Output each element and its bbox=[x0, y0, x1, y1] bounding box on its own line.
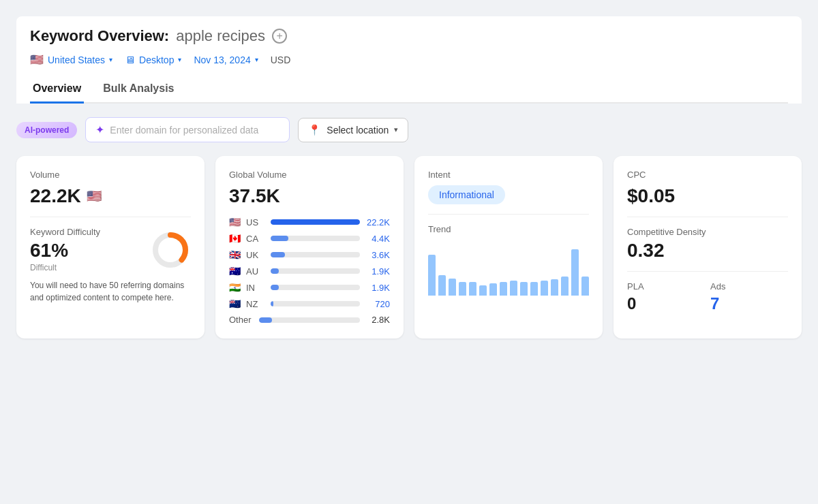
pla-label: PLA bbox=[627, 281, 705, 292]
country-row-uk: UK 3.6K bbox=[229, 249, 390, 260]
country-row-au: AU 1.9K bbox=[229, 266, 390, 277]
ads-label: Ads bbox=[710, 281, 788, 292]
flag-us-icon bbox=[229, 217, 241, 227]
kd-description: You will need to have 50 referring domai… bbox=[30, 279, 191, 304]
us-flag-volume-icon bbox=[87, 189, 102, 204]
trend-bar-4 bbox=[459, 282, 466, 296]
trend-bar-7 bbox=[489, 283, 497, 296]
trend-bar-16 bbox=[581, 277, 589, 296]
trend-bar-15 bbox=[571, 249, 579, 296]
location-pin-icon: 📍 bbox=[308, 124, 321, 136]
card-divider-3 bbox=[627, 217, 788, 217]
cards-grid: Volume 22.2K Keyword Difficulty 61% Diff… bbox=[16, 156, 802, 338]
kd-label: Keyword Difficulty bbox=[30, 227, 139, 237]
select-location-chevron-icon: ▾ bbox=[394, 125, 398, 134]
bar-other bbox=[259, 317, 360, 323]
kd-text-block: Keyword Difficulty 61% Difficult bbox=[30, 227, 139, 272]
select-location-button[interactable]: 📍 Select location ▾ bbox=[298, 118, 408, 142]
cpc-value: $0.05 bbox=[627, 185, 788, 207]
device-chevron-icon: ▾ bbox=[178, 56, 181, 63]
content-area: AI-powered ✦ Enter domain for personaliz… bbox=[16, 104, 802, 338]
location-label: United States bbox=[48, 54, 105, 65]
tab-bulk-analysis[interactable]: Bulk Analysis bbox=[100, 76, 177, 104]
intent-trend-card: Intent Informational Trend bbox=[414, 156, 603, 338]
bar-uk bbox=[271, 252, 360, 257]
kd-value: 61% bbox=[30, 240, 139, 262]
add-keyword-button[interactable]: + bbox=[272, 29, 287, 44]
location-filter[interactable]: United States ▾ bbox=[30, 53, 112, 66]
header: Keyword Overview: apple recipes + United… bbox=[16, 16, 802, 104]
intent-badge: Informational bbox=[428, 185, 505, 204]
domain-input[interactable]: ✦ Enter domain for personalized data bbox=[85, 117, 290, 142]
bar-in bbox=[271, 285, 360, 290]
volume-label: Volume bbox=[30, 170, 191, 180]
bar-us bbox=[271, 219, 360, 225]
trend-label: Trend bbox=[428, 224, 589, 234]
global-volume-value: 37.5K bbox=[229, 185, 390, 207]
magic-icon: ✦ bbox=[95, 123, 104, 136]
keyword-name: apple recipes bbox=[176, 27, 265, 45]
volume-kd-card: Volume 22.2K Keyword Difficulty 61% Diff… bbox=[16, 156, 204, 338]
card-divider bbox=[30, 217, 191, 217]
flag-nz-icon bbox=[229, 298, 241, 309]
other-row: Other 2.8K bbox=[229, 315, 390, 325]
comp-density-value: 0.32 bbox=[627, 240, 788, 262]
trend-bar-6 bbox=[479, 285, 487, 296]
flag-ca-icon bbox=[229, 233, 241, 244]
title-row: Keyword Overview: apple recipes + bbox=[30, 27, 788, 45]
comp-density-label: Competitive Density bbox=[627, 227, 788, 237]
trend-bar-2 bbox=[438, 275, 446, 296]
device-filter[interactable]: 🖥 Desktop ▾ bbox=[125, 54, 181, 65]
trend-bar-8 bbox=[500, 282, 507, 296]
ads-value: 7 bbox=[710, 294, 788, 313]
cpc-card: CPC $0.05 Competitive Density 0.32 PLA 0… bbox=[614, 156, 802, 338]
other-label: Other bbox=[229, 315, 254, 325]
card-divider-2 bbox=[428, 214, 589, 215]
trend-bar-10 bbox=[520, 282, 528, 296]
trend-bar-1 bbox=[428, 255, 436, 296]
flag-in-icon bbox=[229, 282, 241, 293]
trend-bar-5 bbox=[469, 282, 476, 296]
global-volume-label: Global Volume bbox=[229, 170, 390, 180]
page-wrapper: Keyword Overview: apple recipes + United… bbox=[16, 16, 802, 338]
bar-nz bbox=[271, 301, 360, 306]
date-chevron-icon: ▾ bbox=[255, 56, 258, 63]
trend-chart bbox=[428, 241, 589, 296]
trend-bar-9 bbox=[510, 281, 517, 296]
ai-powered-badge: AI-powered bbox=[16, 122, 77, 138]
bar-ca bbox=[271, 236, 360, 241]
date-filter[interactable]: Nov 13, 2024 ▾ bbox=[194, 54, 258, 65]
kd-sublabel: Difficult bbox=[30, 263, 139, 272]
device-label: Desktop bbox=[139, 54, 174, 65]
trend-bar-13 bbox=[551, 279, 558, 296]
volume-value: 22.2K bbox=[30, 185, 191, 207]
bar-au bbox=[271, 268, 360, 274]
kd-donut-chart bbox=[150, 230, 191, 270]
flag-au-icon bbox=[229, 266, 241, 277]
flag-uk-icon bbox=[229, 249, 241, 260]
tab-overview[interactable]: Overview bbox=[30, 76, 84, 104]
domain-placeholder: Enter domain for personalized data bbox=[110, 125, 258, 136]
desktop-icon: 🖥 bbox=[125, 54, 135, 65]
us-flag-icon bbox=[30, 53, 44, 66]
country-row-ca: CA 4.4K bbox=[229, 233, 390, 244]
global-volume-card: Global Volume 37.5K US 22.2K CA 4.4K UK bbox=[215, 156, 404, 338]
date-label: Nov 13, 2024 bbox=[194, 54, 250, 65]
page-title-prefix: Keyword Overview: bbox=[30, 27, 169, 45]
trend-bar-12 bbox=[541, 281, 548, 296]
select-location-label: Select location bbox=[327, 125, 389, 136]
pla-block: PLA 0 bbox=[627, 281, 705, 313]
trend-bar-11 bbox=[530, 282, 538, 296]
location-chevron-icon: ▾ bbox=[109, 56, 112, 63]
country-row-nz: NZ 720 bbox=[229, 298, 390, 309]
ai-bar: AI-powered ✦ Enter domain for personaliz… bbox=[16, 117, 802, 142]
pla-ads-row: PLA 0 Ads 7 bbox=[627, 281, 788, 313]
card-divider-4 bbox=[627, 271, 788, 272]
cpc-label: CPC bbox=[627, 170, 788, 180]
other-value: 2.8K bbox=[365, 315, 390, 325]
filter-row: United States ▾ 🖥 Desktop ▾ Nov 13, 2024… bbox=[30, 53, 788, 66]
pla-value: 0 bbox=[627, 294, 705, 313]
currency-label: USD bbox=[271, 54, 291, 65]
trend-bar-3 bbox=[449, 279, 456, 296]
country-row-us: US 22.2K bbox=[229, 217, 390, 227]
